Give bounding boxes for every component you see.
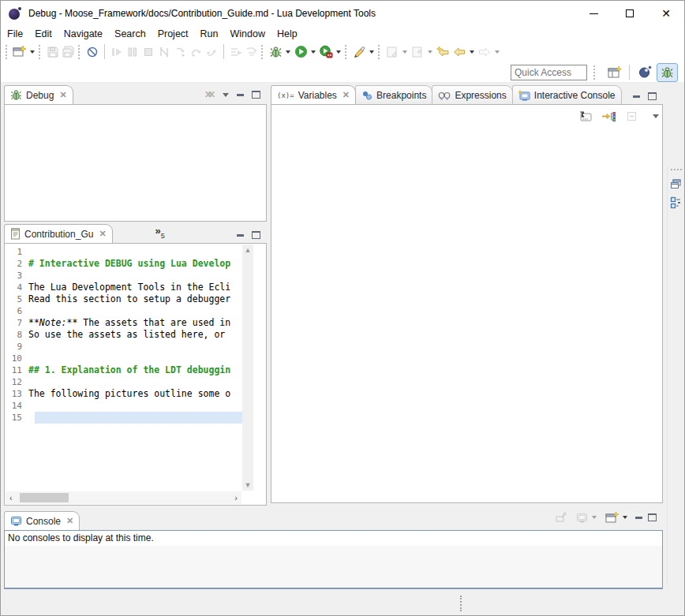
editor-line[interactable]: 3 xyxy=(5,270,242,282)
menu-project[interactable]: Project xyxy=(158,27,196,41)
line-number[interactable]: 8 xyxy=(5,329,28,341)
editor-line[interactable]: 7**Note:** The assets that are used in xyxy=(5,317,242,329)
line-number[interactable]: 5 xyxy=(5,293,28,305)
previous-annotation-dropdown[interactable] xyxy=(428,50,432,54)
editor-line[interactable]: 13The following pictures outline some o xyxy=(5,388,242,400)
display-console-dropdown[interactable] xyxy=(592,516,597,519)
tab-breakpoints[interactable]: Breakpoints xyxy=(355,85,432,104)
external-tools-button[interactable] xyxy=(351,43,367,61)
hidden-editors-chevron[interactable]: » 5 xyxy=(155,227,165,243)
menu-window[interactable]: Window xyxy=(230,27,272,41)
line-number[interactable]: 6 xyxy=(5,305,28,317)
line-number[interactable]: 4 xyxy=(5,282,28,293)
maximize-window-button[interactable] xyxy=(612,1,648,26)
line-number[interactable]: 1 xyxy=(5,246,28,258)
line-number[interactable]: 12 xyxy=(5,376,28,388)
editor-minimize-button[interactable] xyxy=(237,234,244,237)
run-button[interactable] xyxy=(293,43,309,61)
editor-line[interactable]: 6 xyxy=(5,305,242,317)
line-number[interactable]: 10 xyxy=(5,353,28,364)
editor-line[interactable]: 10 xyxy=(5,353,242,364)
line-number[interactable]: 7 xyxy=(5,317,28,329)
menu-edit[interactable]: Edit xyxy=(35,27,59,41)
open-console-dropdown[interactable] xyxy=(623,516,627,519)
terminate-button[interactable] xyxy=(140,43,156,61)
tab-variables[interactable]: (x)= Variables ✕ xyxy=(271,85,356,104)
editor-horizontal-scrollbar[interactable]: ‹ › xyxy=(6,491,241,504)
new-wizard-button[interactable] xyxy=(12,43,28,61)
skip-all-breakpoints-button[interactable] xyxy=(84,43,100,61)
remove-all-terminated-button[interactable]: ✕✕ xyxy=(204,89,215,100)
quick-access-input[interactable] xyxy=(511,65,587,80)
line-number[interactable]: 11 xyxy=(5,364,28,376)
show-type-names-button[interactable] xyxy=(578,107,593,125)
close-variables-tab-icon[interactable]: ✕ xyxy=(342,90,350,100)
editor-line[interactable]: 2# Interactive DEBUG using Lua Develop xyxy=(5,258,242,270)
variables-maximize-button[interactable] xyxy=(648,92,657,100)
debug-maximize-button[interactable] xyxy=(252,91,260,99)
toolbar-drag-handle[interactable] xyxy=(378,45,381,59)
next-annotation-button[interactable] xyxy=(384,43,400,61)
scroll-up-icon[interactable]: ▲ xyxy=(245,245,252,256)
editor-vertical-scrollbar[interactable]: ▲ ▼ xyxy=(242,245,253,491)
menu-navigate[interactable]: Navigate xyxy=(64,27,110,41)
minimize-window-button[interactable] xyxy=(575,1,612,26)
pin-console-button[interactable] xyxy=(552,509,568,526)
display-selected-console-button[interactable] xyxy=(574,509,590,526)
editor-line[interactable]: 8So use the assets as listed here, or xyxy=(5,329,242,341)
save-all-button[interactable] xyxy=(61,43,77,61)
debug-button[interactable] xyxy=(268,43,283,61)
disconnect-button[interactable] xyxy=(156,43,172,61)
save-button[interactable] xyxy=(45,43,61,61)
toolbar-drag-handle[interactable] xyxy=(261,45,264,59)
console-maximize-button[interactable] xyxy=(648,513,657,521)
scroll-left-icon[interactable]: ‹ xyxy=(6,494,17,502)
show-logical-structure-button[interactable] xyxy=(601,107,616,125)
tab-contribution-guide[interactable]: Contribution_Gu ✕ xyxy=(4,224,113,243)
line-number[interactable]: 3 xyxy=(5,270,28,282)
scroll-right-icon[interactable]: › xyxy=(230,494,241,502)
debug-minimize-button[interactable] xyxy=(237,94,244,96)
run-dropdown[interactable] xyxy=(311,50,316,54)
menu-search[interactable]: Search xyxy=(114,27,153,41)
close-console-tab-icon[interactable]: ✕ xyxy=(66,516,73,526)
statusbar-drag-handle[interactable] xyxy=(460,595,462,611)
editor-maximize-button[interactable] xyxy=(252,231,260,239)
editor-line[interactable]: 4The Lua Development Tools in the Ecli xyxy=(5,282,242,293)
lua-perspective-button[interactable] xyxy=(634,63,656,82)
profile-button[interactable] xyxy=(318,43,334,61)
last-edit-location-button[interactable] xyxy=(435,43,451,61)
resume-button[interactable] xyxy=(109,43,125,61)
editor-line[interactable]: 12 xyxy=(5,376,242,388)
debug-perspective-button[interactable] xyxy=(657,63,678,82)
tab-console[interactable]: Console ✕ xyxy=(4,511,80,530)
open-perspective-button[interactable] xyxy=(604,63,625,82)
suspend-button[interactable] xyxy=(125,43,140,61)
close-window-button[interactable]: ✕ xyxy=(648,1,684,26)
editor-line[interactable]: 5Read this section to setup a debugger xyxy=(5,293,242,305)
profile-dropdown[interactable] xyxy=(336,50,341,54)
menu-help[interactable]: Help xyxy=(277,27,305,41)
close-debug-tab-icon[interactable]: ✕ xyxy=(59,90,66,100)
line-number[interactable]: 14 xyxy=(5,400,28,412)
drop-to-frame-button[interactable] xyxy=(228,43,244,61)
line-number[interactable]: 15 xyxy=(5,412,28,424)
step-into-button[interactable] xyxy=(172,43,188,61)
toolbar-drag-handle[interactable] xyxy=(593,65,597,80)
tab-expressions[interactable]: x y Expressions xyxy=(432,85,512,104)
outline-view-button[interactable] xyxy=(668,195,684,211)
close-editor-tab-icon[interactable]: ✕ xyxy=(99,229,106,239)
previous-annotation-button[interactable] xyxy=(410,43,425,61)
use-step-filters-button[interactable] xyxy=(244,43,260,61)
line-number[interactable]: 2 xyxy=(5,258,28,270)
console-minimize-button[interactable] xyxy=(635,517,642,519)
variables-view-menu-button[interactable] xyxy=(653,114,659,118)
forward-dropdown[interactable] xyxy=(495,50,500,54)
menu-run[interactable]: Run xyxy=(200,27,226,41)
step-over-button[interactable] xyxy=(188,43,204,61)
editor-area[interactable]: 1 2# Interactive DEBUG using Lua Develop… xyxy=(4,243,267,506)
new-wizard-dropdown[interactable] xyxy=(30,50,35,54)
back-dropdown[interactable] xyxy=(470,50,474,54)
tab-interactive-console[interactable]: Interactive Console xyxy=(512,85,622,104)
back-button[interactable] xyxy=(451,43,467,61)
